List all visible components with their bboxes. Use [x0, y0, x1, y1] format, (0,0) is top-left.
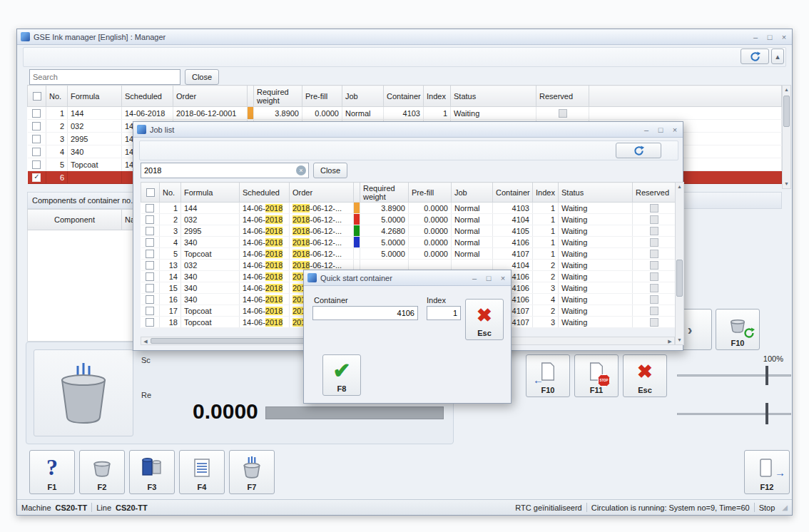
select-all-checkbox[interactable] — [33, 92, 41, 101]
scrollbar-thumb[interactable] — [783, 96, 790, 127]
f4-button[interactable]: F4 — [179, 450, 225, 494]
close-icon[interactable]: × — [780, 32, 788, 42]
table-row[interactable]: 4 340 14-06-2018 2018-06-12-... 5.0000 0… — [141, 237, 676, 248]
f2-button[interactable]: F2 — [79, 450, 125, 494]
table-row[interactable]: 1 144 14-06-2018 2018-06-12-0001 3.8900 … — [28, 107, 782, 120]
minimize-icon[interactable]: – — [470, 273, 479, 283]
col-reserved[interactable]: Reserved — [633, 183, 676, 203]
esc-button[interactable]: ✖ Esc — [465, 299, 504, 340]
resize-grip[interactable]: ◢ — [782, 503, 788, 511]
f10-button[interactable]: ← F10 — [526, 354, 570, 397]
select-all-checkbox[interactable] — [146, 188, 155, 197]
minimize-icon[interactable]: – — [642, 125, 651, 135]
table-row[interactable]: 3 2995 14-06-2018 2018-06-12-... 4.2680 … — [141, 225, 676, 237]
table-row[interactable]: 2 032 14-06-2018 2018-06-12-... 5.0000 0… — [141, 214, 676, 225]
maximize-icon[interactable]: □ — [656, 125, 665, 135]
col-order[interactable]: Order — [173, 86, 248, 107]
refresh-button[interactable] — [741, 48, 769, 64]
reserved-checkbox — [650, 215, 658, 224]
scroll-down-icon[interactable]: ▼ — [676, 336, 683, 344]
minimize-icon[interactable]: – — [751, 32, 760, 42]
close-icon[interactable]: × — [671, 125, 679, 135]
dialog-vertical-scrollbar[interactable]: ▲ ▼ — [675, 182, 684, 345]
col-container[interactable]: Container — [493, 183, 533, 203]
row-checkbox[interactable] — [146, 250, 154, 258]
close-search-button[interactable]: Close — [185, 69, 219, 85]
arrow-left-icon: ← — [533, 374, 544, 385]
row-checkbox[interactable] — [146, 318, 154, 327]
col-pre-fill[interactable]: Pre-fill — [409, 183, 452, 203]
row-checkbox[interactable] — [146, 272, 154, 281]
table-row[interactable]: 1 144 14-06-2018 2018-06-12-... 3.8900 0… — [141, 203, 676, 214]
row-checkbox[interactable] — [146, 261, 154, 270]
col-component[interactable]: Component — [27, 209, 122, 230]
recycle-container-button[interactable]: F10 — [716, 309, 760, 350]
col-required-weight[interactable]: Required weight — [360, 183, 409, 203]
search-input[interactable] — [29, 69, 180, 85]
refresh-button[interactable] — [616, 143, 661, 158]
col-no[interactable]: No. — [46, 86, 68, 107]
row-checkbox[interactable] — [32, 148, 41, 156]
slider-thumb[interactable] — [765, 366, 768, 385]
f3-button[interactable]: F3 — [129, 450, 175, 494]
slider-track[interactable] — [677, 413, 791, 415]
f12-button[interactable]: → F12 — [744, 450, 790, 494]
table-row[interactable]: 5 Topcoat 14-06-2018 2018-06-12-... 5.00… — [141, 248, 676, 260]
col-container[interactable]: Container — [384, 86, 424, 107]
collapse-toolbar-button[interactable]: ▴ — [771, 48, 784, 64]
row-checkbox[interactable] — [146, 227, 154, 235]
row-checkbox[interactable] — [146, 215, 154, 224]
maximize-icon[interactable]: □ — [765, 32, 774, 42]
col-index[interactable]: Index — [424, 86, 451, 107]
f8-confirm-button[interactable]: ✔ F8 — [322, 354, 361, 396]
scroll-left-icon[interactable]: ◀ — [141, 337, 150, 346]
col-formula[interactable]: Formula — [68, 86, 122, 107]
scrollbar-thumb[interactable] — [676, 260, 683, 297]
row-checkbox[interactable] — [32, 135, 41, 143]
row-checkbox[interactable] — [146, 307, 154, 315]
weight-display: 0.0000 — [193, 399, 258, 424]
maximize-icon[interactable]: □ — [484, 273, 493, 283]
close-search-button[interactable]: Close — [313, 163, 347, 178]
row-checkbox[interactable] — [32, 173, 41, 182]
col-index[interactable]: Index — [533, 183, 559, 203]
col-scheduled[interactable]: Scheduled — [240, 183, 290, 203]
col-formula[interactable]: Formula — [181, 183, 240, 203]
f11-button[interactable]: STOP F11 — [574, 354, 619, 397]
col-status[interactable]: Status — [559, 183, 633, 203]
col-reserved[interactable]: Reserved — [536, 86, 589, 107]
row-checkbox[interactable] — [146, 204, 154, 213]
quick-start-dialog: Quick start container – □ × Container In… — [303, 270, 512, 404]
container-input[interactable] — [312, 306, 418, 320]
close-icon[interactable]: × — [499, 273, 507, 283]
col-pre-fill[interactable]: Pre-fill — [302, 86, 342, 107]
esc-button[interactable]: ✖ Esc — [623, 354, 667, 397]
scroll-right-icon[interactable]: ▶ — [666, 337, 674, 346]
slider-track[interactable] — [677, 374, 791, 377]
fkey-label: F11 — [590, 386, 603, 394]
f7-button[interactable]: F7 — [229, 450, 275, 494]
col-job[interactable]: Job — [452, 183, 493, 203]
scroll-down-icon[interactable]: ▼ — [783, 180, 790, 188]
row-checkbox[interactable] — [146, 238, 154, 247]
slider-thumb[interactable] — [765, 403, 768, 424]
f1-button[interactable]: ? F1 — [29, 450, 75, 494]
row-checkbox[interactable] — [32, 109, 41, 118]
col-order[interactable]: Order — [290, 183, 354, 203]
row-checkbox[interactable] — [32, 160, 41, 169]
main-table-scrollbar[interactable]: ▲ ▼ — [782, 85, 791, 189]
col-no[interactable]: No. — [160, 183, 181, 203]
scroll-up-icon[interactable]: ▲ — [783, 86, 790, 94]
clear-search-icon[interactable]: × — [296, 165, 306, 175]
index-input[interactable] — [427, 306, 461, 320]
col-required-weight[interactable]: Required weight — [254, 86, 302, 107]
col-scheduled[interactable]: Scheduled — [122, 86, 173, 107]
scroll-up-icon[interactable]: ▲ — [676, 183, 683, 191]
row-checkbox[interactable] — [146, 295, 154, 304]
row-checkbox[interactable] — [32, 122, 41, 131]
col-status[interactable]: Status — [451, 86, 536, 107]
question-icon: ? — [46, 454, 58, 481]
dialog-search-input[interactable] — [141, 163, 309, 178]
col-job[interactable]: Job — [342, 86, 384, 107]
row-checkbox[interactable] — [146, 284, 154, 292]
